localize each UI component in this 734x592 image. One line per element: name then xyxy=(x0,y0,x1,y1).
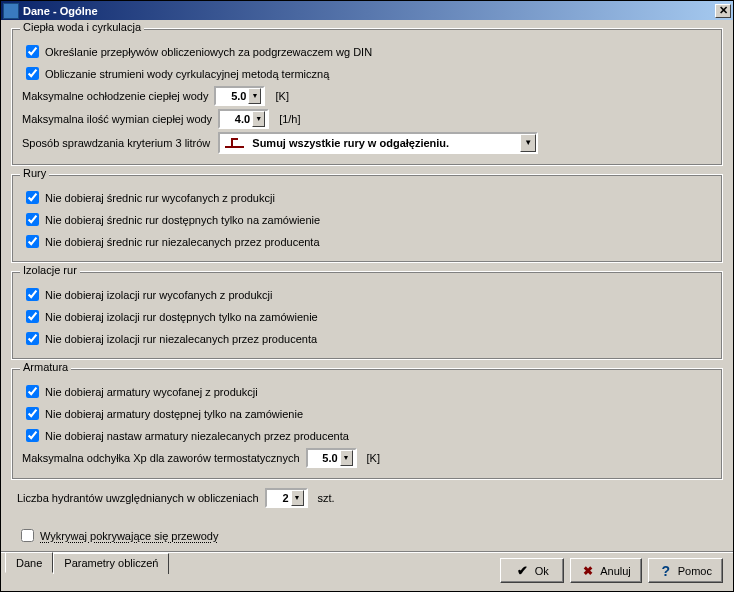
chk-arm-order-only[interactable] xyxy=(26,407,39,420)
spin-max-exchanges[interactable]: 4.0 ▼ xyxy=(218,109,269,129)
chk-label: Nie dobieraj średnic rur niezalecanych p… xyxy=(45,236,320,248)
group-legend: Armatura xyxy=(20,361,71,373)
close-icon[interactable]: ✕ xyxy=(715,4,731,18)
chk-label: Nie dobieraj średnic rur wycofanych z pr… xyxy=(45,192,275,204)
chk-arm-withdrawn[interactable] xyxy=(26,385,39,398)
chk-pipes-order-only[interactable] xyxy=(26,213,39,226)
chk-label: Nie dobieraj nastaw armatury niezalecany… xyxy=(45,430,349,442)
chk-label: Określanie przepływów obliczeniowych za … xyxy=(45,46,372,58)
chk-pipes-not-recommended[interactable] xyxy=(26,235,39,248)
spin-max-cooling[interactable]: 5.0 ▼ xyxy=(214,86,265,106)
chk-label: Nie dobieraj izolacji rur dostępnych tyl… xyxy=(45,311,318,323)
chk-ins-not-recommended[interactable] xyxy=(26,332,39,345)
chevron-down-icon[interactable]: ▼ xyxy=(248,88,261,104)
ok-button[interactable]: Ok xyxy=(500,558,564,583)
chk-pipes-withdrawn[interactable] xyxy=(26,191,39,204)
label-hydrants: Liczba hydrantów uwzględnianych w oblicz… xyxy=(17,492,259,504)
spin-hydrants[interactable]: 2 ▼ xyxy=(265,488,308,508)
bottom-bar: Dane Parametry obliczeń Ok Anuluj Pomoc xyxy=(1,551,733,591)
chk-thermal-circ[interactable] xyxy=(26,67,39,80)
app-icon xyxy=(3,3,19,19)
chevron-down-icon[interactable]: ▼ xyxy=(252,111,265,127)
label-xp-deviation: Maksymalna odchyłka Xp dla zaworów termo… xyxy=(22,452,300,464)
titlebar: Dane - Ogólne ✕ xyxy=(1,1,733,20)
tab-dane[interactable]: Dane xyxy=(5,552,53,573)
chk-label: Wykrywaj pokrywające się przewody xyxy=(40,530,218,542)
chk-ins-order-only[interactable] xyxy=(26,310,39,323)
chk-arm-not-recommended[interactable] xyxy=(26,429,39,442)
tab-parametry[interactable]: Parametry obliczeń xyxy=(53,553,169,574)
content-area: Ciepła woda i cyrkulacja Określanie prze… xyxy=(1,20,733,551)
label-max-exchanges: Maksymalna ilość wymian ciepłej wody xyxy=(22,113,212,125)
spin-xp-deviation[interactable]: 5.0 ▼ xyxy=(306,448,357,468)
chevron-down-icon[interactable]: ▼ xyxy=(291,490,304,506)
group-legend: Izolacje rur xyxy=(20,264,80,276)
cancel-button[interactable]: Anuluj xyxy=(570,558,642,583)
help-button[interactable]: Pomoc xyxy=(648,558,723,583)
unit: [K] xyxy=(275,90,288,102)
chk-label: Nie dobieraj izolacji rur niezalecanych … xyxy=(45,333,317,345)
chk-label: Nie dobieraj armatury dostępnej tylko na… xyxy=(45,408,303,420)
chk-din-flow[interactable] xyxy=(26,45,39,58)
chevron-down-icon[interactable]: ▼ xyxy=(520,134,536,152)
window-title: Dane - Ogólne xyxy=(23,5,715,17)
group-insulation: Izolacje rur Nie dobieraj izolacji rur w… xyxy=(11,271,723,360)
pipe-branch-icon xyxy=(224,136,246,150)
check-icon xyxy=(516,564,530,578)
group-legend: Rury xyxy=(20,167,49,179)
chevron-down-icon[interactable]: ▼ xyxy=(340,450,353,466)
chk-label: Obliczanie strumieni wody cyrkulacyjnej … xyxy=(45,68,329,80)
chk-label: Nie dobieraj armatury wycofanej z produk… xyxy=(45,386,258,398)
chk-label: Nie dobieraj izolacji rur wycofanych z p… xyxy=(45,289,272,301)
label-max-cooling: Maksymalne ochłodzenie ciepłej wody xyxy=(22,90,208,102)
dropdown-3l-criterion[interactable]: Sumuj wszystkie rury w odgałęzieniu. ▼ xyxy=(218,132,538,154)
chk-label: Nie dobieraj średnic rur dostępnych tylk… xyxy=(45,214,320,226)
dialog-window: Dane - Ogólne ✕ Ciepła woda i cyrkulacja… xyxy=(0,0,734,592)
group-hot-water: Ciepła woda i cyrkulacja Określanie prze… xyxy=(11,28,723,166)
chk-detect-overlap[interactable] xyxy=(21,529,34,542)
question-icon xyxy=(659,564,673,578)
x-icon xyxy=(581,564,595,578)
label-3l-criterion: Sposób sprawdzania kryterium 3 litrów xyxy=(22,137,210,149)
group-pipes: Rury Nie dobieraj średnic rur wycofanych… xyxy=(11,174,723,263)
group-fittings: Armatura Nie dobieraj armatury wycofanej… xyxy=(11,368,723,480)
unit: szt. xyxy=(318,492,335,504)
chk-ins-withdrawn[interactable] xyxy=(26,288,39,301)
unit: [1/h] xyxy=(279,113,300,125)
group-legend: Ciepła woda i cyrkulacja xyxy=(20,21,144,33)
unit: [K] xyxy=(367,452,380,464)
tabbar: Dane Parametry obliczeń xyxy=(1,552,169,573)
